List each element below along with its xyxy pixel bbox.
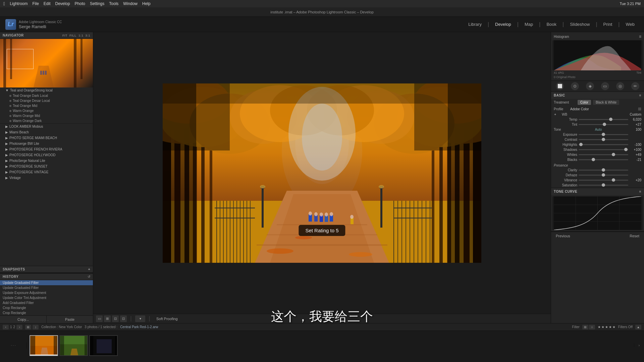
menu-tools[interactable]: Tools xyxy=(109,1,118,6)
dehaze-slider[interactable] xyxy=(579,175,628,176)
red-eye-icon[interactable]: ◈ xyxy=(586,82,594,90)
menu-window[interactable]: Window xyxy=(123,1,138,6)
graduated-filter-icon[interactable]: ▭ xyxy=(601,82,609,90)
history-item-4[interactable]: Add Graduated Filter xyxy=(0,300,93,305)
histogram-menu-icon[interactable]: ≡ xyxy=(639,34,641,39)
temp-slider[interactable] xyxy=(579,119,628,120)
preset-group-miami[interactable]: ▶ Miami Beach xyxy=(0,129,93,135)
menu-develop[interactable]: Develop xyxy=(55,1,70,6)
preset-item-5[interactable]: Warm Orange Mid xyxy=(0,113,93,118)
highlights-thumb[interactable] xyxy=(579,143,583,146)
nav-map[interactable]: Map xyxy=(521,20,537,28)
contrast-slider[interactable] xyxy=(579,139,628,140)
wb-eyedropper-icon[interactable]: ✦ xyxy=(554,113,560,116)
menu-photo[interactable]: Photo xyxy=(75,1,85,6)
adjustment-brush-icon[interactable]: ✏ xyxy=(631,82,639,90)
previous-button[interactable]: Previous xyxy=(554,233,572,239)
whites-thumb[interactable] xyxy=(612,153,615,156)
survey-icon[interactable]: ⊡ xyxy=(120,315,127,322)
nav-book[interactable]: Book xyxy=(542,20,560,28)
nav-slideshow[interactable]: Slideshow xyxy=(566,20,594,28)
filmstrip-thumb-2[interactable] xyxy=(59,335,88,356)
menu-settings[interactable]: Settings xyxy=(90,1,104,6)
nav-develop[interactable]: Develop xyxy=(491,20,515,28)
preset-group-miami-beach[interactable]: ▶ PHOTO SERGE MIAMI BEACH xyxy=(0,135,93,141)
filter-btn-2[interactable]: ☆ xyxy=(589,325,595,329)
preset-group-riviera[interactable]: ▶ PHOTOSERGE FRENCH RIVIERA xyxy=(0,146,93,152)
preset-item-4[interactable]: Warm Orange xyxy=(0,108,93,113)
preset-group-amber[interactable]: ▶ LOOK AMBER Mobius xyxy=(0,124,93,129)
menu-edit[interactable]: Edit xyxy=(44,1,51,6)
shadows-slider[interactable] xyxy=(579,149,628,150)
nav-web[interactable]: Web xyxy=(622,20,639,28)
preset-group-natural[interactable]: ▶ PhotoSerge Natural Lite xyxy=(0,158,93,164)
vibrance-thumb[interactable] xyxy=(612,178,615,182)
tone-curve-menu[interactable]: ≡ xyxy=(639,190,641,193)
spot-removal-icon[interactable]: ⊙ xyxy=(571,82,579,90)
bw-treatment-btn[interactable]: Black & White xyxy=(593,100,619,105)
menu-help[interactable]: Help xyxy=(142,1,151,6)
saturation-thumb[interactable] xyxy=(602,183,605,187)
preset-group-vintage[interactable]: ▶ Vintage xyxy=(0,175,93,181)
preset-group-bw[interactable]: ▶ Photoserge BW Lite xyxy=(0,141,93,146)
paste-button[interactable]: Paste xyxy=(47,316,93,323)
shadows-thumb[interactable] xyxy=(624,148,628,151)
navigator-header[interactable]: Navigator FIT FILL 1:1 3:1 xyxy=(0,32,93,39)
whites-slider[interactable] xyxy=(579,154,628,155)
zoom-3-1[interactable]: 3:1 xyxy=(85,34,90,37)
tint-thumb[interactable] xyxy=(603,123,606,126)
snapshots-add[interactable]: + xyxy=(88,267,90,271)
zoom-fit[interactable]: FIT xyxy=(62,34,67,37)
color-treatment-btn[interactable]: Color xyxy=(578,100,591,105)
grid-view-icon[interactable]: ⊞ xyxy=(104,315,111,322)
exposure-slider[interactable] xyxy=(579,134,628,135)
blacks-thumb[interactable] xyxy=(592,158,595,161)
basic-menu-icon[interactable]: ≡ xyxy=(639,94,641,97)
zoom-1-1[interactable]: 1:1 xyxy=(78,34,84,37)
profile-grid-icon[interactable]: ⊞ xyxy=(638,107,641,111)
compare-icon[interactable]: ⊡ xyxy=(112,315,119,322)
history-header[interactable]: History ↺ xyxy=(0,274,93,280)
temp-thumb[interactable] xyxy=(609,118,612,121)
highlights-slider[interactable] xyxy=(579,144,628,145)
filmstrip-thumb-1[interactable] xyxy=(30,335,58,356)
preset-group-hollywood[interactable]: ▶ PHOTOSERGE HOLLYWOOD xyxy=(0,152,93,158)
sort-btn[interactable]: ↕ xyxy=(33,325,39,329)
nav-forward-icon[interactable]: › xyxy=(16,325,22,329)
nav-library[interactable]: Library xyxy=(464,20,486,28)
vibrance-slider[interactable] xyxy=(579,180,628,181)
zoom-fill[interactable]: FILL xyxy=(69,34,76,37)
preset-item-3[interactable]: Teal Orange Mid xyxy=(0,103,93,108)
preset-item-2[interactable]: Teal Orange Desar Local xyxy=(0,98,93,103)
preset-group-sunset[interactable]: ▶ PHOTOSERGE SUNSET xyxy=(0,164,93,169)
blacks-slider[interactable] xyxy=(579,159,628,160)
basic-section-header[interactable]: Basic ≡ xyxy=(551,92,644,99)
preset-group-vintage2[interactable]: ▶ PHOTOSERGE VINTAGE xyxy=(0,169,93,175)
menu-file[interactable]: File xyxy=(33,1,39,6)
zoom-dropdown[interactable]: ▾ xyxy=(135,315,145,322)
filmstrip-thumb-3[interactable] xyxy=(89,335,118,356)
tone-curve-header[interactable]: Tone Curve ≡ xyxy=(551,188,644,195)
preset-group-teal-header[interactable]: ▼ Teal and OrangeStrong local xyxy=(0,87,93,93)
menu-lightroom[interactable]: Lightroom xyxy=(10,1,28,6)
exposure-thumb[interactable] xyxy=(602,133,605,136)
preset-item-6[interactable]: Warm Orange Dark xyxy=(0,118,93,123)
history-item-2[interactable]: Update Exposure Adjustment xyxy=(0,290,93,295)
apple-icon[interactable]:  xyxy=(3,1,5,6)
crop-icon[interactable]: ⬜ xyxy=(556,82,564,90)
tone-auto-btn[interactable]: Auto xyxy=(595,128,602,131)
single-image-icon[interactable]: ▭ xyxy=(96,315,103,322)
history-item-6[interactable]: Crop Rectangle xyxy=(0,310,93,315)
history-clear-icon[interactable]: ↺ xyxy=(88,275,91,279)
filmstrip-right-btn[interactable]: › xyxy=(639,344,640,347)
copy-button[interactable]: Copy... xyxy=(0,316,47,323)
filter-btn-1[interactable]: ⊞ xyxy=(582,325,588,329)
radial-filter-icon[interactable]: ◎ xyxy=(616,82,624,90)
clarity-thumb[interactable] xyxy=(602,168,605,172)
dehaze-thumb[interactable] xyxy=(602,173,605,177)
contrast-thumb[interactable] xyxy=(602,138,605,141)
history-item-0[interactable]: Update Graduated Filter xyxy=(0,280,93,285)
grid-btn[interactable]: ⊞ xyxy=(25,325,31,329)
snapshots-header[interactable]: Snapshots + xyxy=(0,266,93,273)
nav-back-icon[interactable]: ‹ xyxy=(3,325,9,329)
